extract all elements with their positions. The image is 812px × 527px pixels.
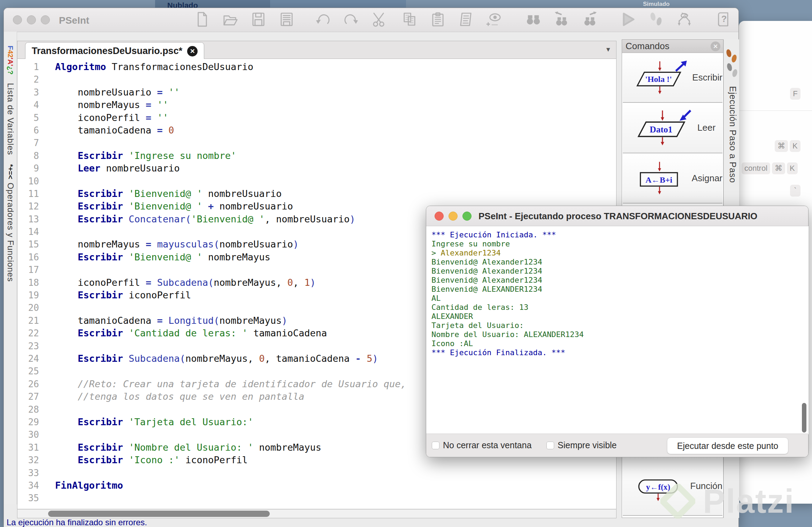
- line-content: [43, 301, 55, 314]
- sidebar-item-operadores-y-funciones[interactable]: Operadores y Funciones: [4, 183, 17, 282]
- console-line: > Alexander1234: [431, 249, 809, 258]
- syntax-check-icon[interactable]: [486, 11, 503, 28]
- left-dock-strip: F42'A'¿? Lista de Variables *+=< Operado…: [4, 32, 17, 504]
- undo-icon[interactable]: [315, 11, 331, 28]
- line-content: [43, 467, 55, 479]
- line-number: 30: [17, 428, 43, 441]
- line-content: Escribir 'Icono :' iconoPerfil: [43, 454, 248, 466]
- line-content: [43, 73, 55, 86]
- line-number: 2: [17, 73, 43, 86]
- comandos-close-icon[interactable]: ✕: [711, 41, 720, 51]
- line-content: Escribir 'Bienvenid@ ' nombreMayus: [43, 251, 270, 264]
- comandos-card-funcion[interactable]: y←f(x)Función: [623, 457, 722, 516]
- run-from-point-button[interactable]: Ejecutar desde este punto: [667, 437, 788, 454]
- line-content: [43, 428, 55, 441]
- zoom-window-button[interactable]: [41, 15, 50, 24]
- dialog-minimize-button[interactable]: [449, 212, 458, 221]
- flowchart-icon[interactable]: [676, 11, 692, 28]
- line-content: tamanioCadena = 0: [43, 124, 174, 137]
- checkbox-no-cerrar[interactable]: No cerrar esta ventana: [432, 440, 531, 450]
- cut-icon[interactable]: [371, 11, 388, 28]
- redo-icon[interactable]: [343, 11, 359, 28]
- execution-dialog: PSeInt - Ejecutando proceso TRANSFORMACI…: [426, 206, 809, 457]
- search-next-icon[interactable]: [582, 11, 598, 28]
- line-number: 26: [17, 378, 43, 390]
- comandos-card-asignar[interactable]: A←B+iAsignar: [623, 153, 722, 204]
- close-window-button[interactable]: [13, 15, 22, 24]
- shortcut-row: ⌘K: [775, 140, 800, 152]
- comandos-card-escribir[interactable]: 'Hola !'Escribir: [623, 53, 722, 103]
- search-icon[interactable]: [525, 11, 542, 28]
- checkbox-siempre-visible[interactable]: Siempre visible: [546, 440, 617, 450]
- code-line: 3 nombreUsuario = '': [17, 86, 616, 99]
- line-content: //Reto: Crear una tarjeta de identificad…: [43, 378, 406, 390]
- line-number: 18: [17, 276, 43, 289]
- shortcut-row: control⌘K: [742, 162, 798, 174]
- line-number: 1: [17, 61, 43, 73]
- main-title-bar[interactable]: PSeInt ?: [4, 8, 738, 32]
- comandos-card-label: Escribir: [692, 72, 722, 83]
- desktop: Nublado Simulado F ⌘K control⌘K ` PSeInt…: [0, 0, 812, 527]
- line-number: 33: [17, 467, 43, 479]
- comandos-card-leer[interactable]: Dato1Leer: [623, 103, 722, 153]
- line-number: 24: [17, 352, 43, 365]
- minimize-window-button[interactable]: [27, 15, 36, 24]
- checkbox-box[interactable]: [546, 442, 554, 449]
- new-file-icon[interactable]: [194, 11, 210, 28]
- line-content: nombreUsuario = '': [43, 86, 180, 99]
- line-number: 19: [17, 289, 43, 301]
- save-all-icon[interactable]: [278, 11, 295, 28]
- comandos-card-label: Asignar: [692, 173, 722, 184]
- line-number: 12: [17, 200, 43, 213]
- console-scrollbar-thumb[interactable]: [802, 403, 806, 433]
- dialog-close-button[interactable]: [435, 212, 444, 221]
- dialog-window-controls: [435, 212, 472, 221]
- copy-icon[interactable]: [401, 11, 418, 28]
- dialog-title-bar[interactable]: PSeInt - Ejecutando proceso TRANSFORMACI…: [426, 206, 808, 226]
- line-number: 4: [17, 99, 43, 111]
- console-line: Cantidad de leras: 13: [431, 303, 809, 312]
- open-file-icon[interactable]: [222, 11, 238, 28]
- line-content: [43, 175, 55, 188]
- shortcuts-divider: [739, 110, 812, 111]
- tab-close-icon[interactable]: ✕: [187, 46, 198, 56]
- sidebar-item-ejecucion-paso-a-paso[interactable]: Ejecución Paso a Paso: [724, 86, 740, 183]
- tab-list-dropdown-icon[interactable]: ▼: [605, 46, 611, 53]
- console-line: Ingrese su nombre: [431, 239, 809, 249]
- checkbox-box[interactable]: [432, 442, 439, 449]
- line-content: Algoritmo TransformacionesDeUsuario: [43, 61, 253, 73]
- dialog-title: PSeInt - Ejecutando proceso TRANSFORMACI…: [478, 211, 757, 222]
- dialog-zoom-button[interactable]: [462, 212, 472, 221]
- line-content: tamanioCadena = Longitud(nombreMayus): [43, 314, 288, 327]
- line-number: 31: [17, 441, 43, 454]
- line-content: [43, 492, 55, 504]
- keycap-control: control: [742, 162, 770, 174]
- keycap-K: K: [790, 140, 800, 152]
- svg-text:y←f(x): y←f(x): [646, 482, 671, 491]
- line-number: 25: [17, 365, 43, 377]
- help-icon[interactable]: ?: [715, 11, 732, 28]
- line-content: nombreMayus = mayusculas(nombreUsuario): [43, 238, 299, 251]
- svg-text:A←B+i: A←B+i: [645, 175, 672, 184]
- code-line: 7: [17, 137, 616, 149]
- console-line: Bienvenid@ ALEXANDER1234: [431, 285, 809, 294]
- editor-tab-bar: TransformacionesDeUsuario.psc* ✕ ▼: [17, 41, 616, 59]
- dialog-bottom-bar: No cerrar esta ventana Siempre visible E…: [426, 434, 808, 457]
- code-line: 9 Leer nombreUsuario: [17, 162, 616, 175]
- line-number: 6: [17, 124, 43, 137]
- line-number: 5: [17, 112, 43, 124]
- horizontal-scrollbar[interactable]: [17, 509, 616, 518]
- search-prev-icon[interactable]: [553, 11, 570, 28]
- line-content: FinAlgoritmo: [43, 479, 123, 492]
- menubar-fragment-left: Nublado: [167, 0, 265, 8]
- tab-transformacionesdeusuario[interactable]: TransformacionesDeUsuario.psc* ✕: [25, 42, 204, 60]
- run-icon[interactable]: [620, 11, 636, 28]
- indent-icon[interactable]: [458, 11, 474, 28]
- sidebar-item-lista-de-variables[interactable]: Lista de Variables: [4, 83, 17, 155]
- horizontal-scrollbar-thumb[interactable]: [48, 511, 270, 517]
- line-content: Escribir iconoPerfil: [43, 289, 191, 301]
- save-icon[interactable]: [250, 11, 267, 28]
- console-output[interactable]: *** Ejecución Iniciada. ***Ingrese su no…: [427, 226, 809, 434]
- step-run-icon[interactable]: [648, 11, 664, 28]
- paste-icon[interactable]: [430, 11, 446, 28]
